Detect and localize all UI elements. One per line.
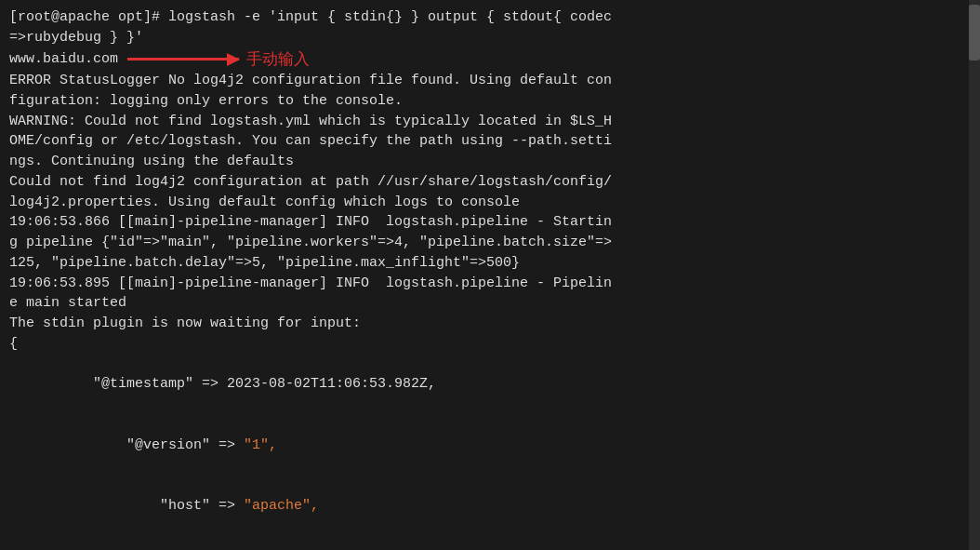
stdin-wait: The stdin plugin is now waiting for inpu… bbox=[9, 314, 971, 334]
json-version: "@version" => "1", bbox=[9, 415, 971, 476]
warn-line-3: ngs. Continuing using the defaults bbox=[9, 152, 971, 172]
info2-line-2: e main started bbox=[9, 293, 971, 314]
host-value: "apache", bbox=[244, 498, 319, 514]
baidu-url: www.baidu.com bbox=[9, 49, 118, 70]
error-line-2: figuration: logging only errors to the c… bbox=[9, 91, 971, 112]
scrollbar[interactable] bbox=[969, 0, 980, 550]
baidu-annotation-row: www.baidu.com 手动输入 bbox=[9, 48, 971, 72]
timestamp-arrow: => bbox=[193, 376, 227, 392]
json-timestamp: "@timestamp" => 2023-08-02T11:06:53.982Z… bbox=[9, 355, 971, 415]
terminal-window: [root@apache opt]# logstash -e 'input { … bbox=[0, 0, 980, 550]
info-line-2: g pipeline {"id"=>"main", "pipeline.work… bbox=[9, 233, 971, 253]
json-host: "host" => "apache", bbox=[9, 476, 971, 536]
info-line-1: 19:06:53.866 [[main]-pipeline-manager] I… bbox=[9, 212, 971, 233]
timestamp-value: 2023-08-02T11:06:53.982Z, bbox=[227, 376, 436, 392]
host-arrow: => bbox=[210, 498, 244, 514]
could-line-1: Could not find log4j2 configuration at p… bbox=[9, 172, 971, 193]
info2-line-1: 19:06:53.895 [[main]-pipeline-manager] I… bbox=[9, 274, 971, 294]
cmd-line-2: =>rubydebug } }' bbox=[9, 28, 971, 48]
version-key: "@version" bbox=[60, 437, 210, 453]
error-line-1: ERROR StatusLogger No log4j2 configurati… bbox=[9, 71, 971, 91]
version-value: "1", bbox=[244, 437, 277, 453]
info-line-3: 125, "pipeline.batch.delay"=>5, "pipelin… bbox=[9, 253, 971, 274]
terminal-content: [root@apache opt]# logstash -e 'input { … bbox=[9, 7, 971, 550]
timestamp-key: "@timestamp" bbox=[60, 376, 193, 392]
could-line-2: log4j2.properties. Using default config … bbox=[9, 193, 971, 213]
warn-line-1: WARNING: Could not find logstash.yml whi… bbox=[9, 112, 971, 132]
annotation-label: 手动输入 bbox=[246, 48, 310, 72]
cmd-line-1: [root@apache opt]# logstash -e 'input { … bbox=[9, 7, 971, 28]
json-message: "message" => "www.baidu.com" bbox=[9, 536, 971, 550]
scrollbar-thumb[interactable] bbox=[969, 5, 980, 60]
manual-input-annotation: 手动输入 bbox=[127, 48, 310, 72]
version-arrow: => bbox=[210, 437, 244, 453]
host-key: "host" bbox=[60, 498, 210, 514]
annotation-arrow bbox=[127, 58, 239, 60]
warn-line-2: OME/config or /etc/logstash. You can spe… bbox=[9, 131, 971, 152]
json-brace-open: { bbox=[9, 334, 971, 355]
